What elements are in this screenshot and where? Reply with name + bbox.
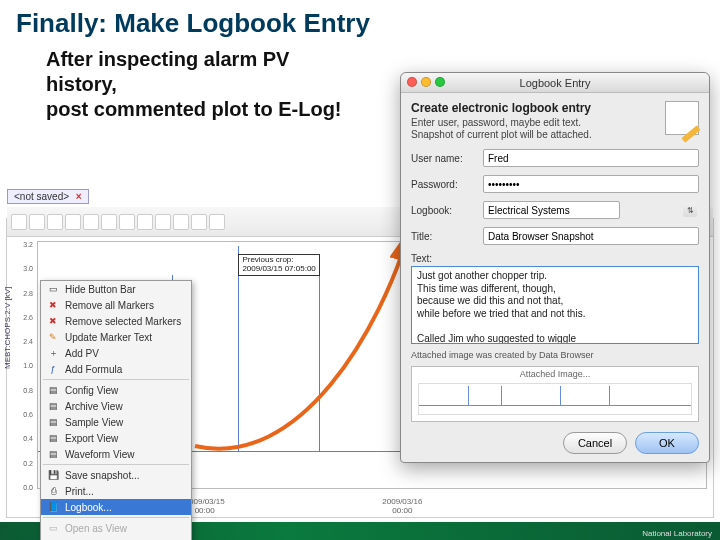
y-tick: 2.4 — [9, 338, 33, 345]
menu-item-update-marker-text[interactable]: ✎Update Marker Text — [41, 329, 191, 345]
archive-view-icon: ▤ — [47, 400, 59, 412]
password-input[interactable] — [483, 175, 699, 193]
menu-item-label: Add PV — [65, 348, 99, 359]
tb-btn[interactable] — [11, 214, 27, 230]
add-formula-icon: ƒ — [47, 363, 59, 375]
trace-spike — [319, 264, 320, 452]
menu-item-add-pv[interactable]: ＋Add PV — [41, 345, 191, 361]
waveform-view-icon: ▤ — [47, 448, 59, 460]
ok-button[interactable]: OK — [635, 432, 699, 454]
print-icon: ⎙ — [47, 485, 59, 497]
menu-item-waveform-view[interactable]: ▤Waveform View — [41, 446, 191, 462]
password-label: Password: — [411, 179, 477, 190]
logbook-label: Logbook: — [411, 205, 477, 216]
title-input[interactable] — [483, 227, 699, 245]
attached-image-preview[interactable]: Attached Image... — [411, 366, 699, 422]
attached-image-label: Attached Image... — [520, 369, 591, 379]
tb-btn[interactable] — [83, 214, 99, 230]
menu-item-print[interactable]: ⎙Print... — [41, 483, 191, 499]
menu-item-label: Save snapshot... — [65, 470, 140, 481]
y-tick: 0.0 — [9, 484, 33, 491]
y-tick: 2.6 — [9, 314, 33, 321]
logbook-icon: 📘 — [47, 501, 59, 513]
menu-item-label: Remove all Markers — [65, 300, 154, 311]
tb-btn[interactable] — [173, 214, 189, 230]
y-tick: 0.6 — [9, 411, 33, 418]
dialog-subheading: Enter user, password, maybe edit text. S… — [411, 117, 657, 141]
y-tick: 3.0 — [9, 265, 33, 272]
hide-icon: ▭ — [47, 283, 59, 295]
menu-separator — [43, 379, 189, 380]
close-tab-icon[interactable]: × — [76, 191, 82, 202]
menu-item-remove-all-markers[interactable]: ✖Remove all Markers — [41, 297, 191, 313]
save-icon: 💾 — [47, 469, 59, 481]
tb-btn[interactable] — [101, 214, 117, 230]
menu-item-remove-selected-markers[interactable]: ✖Remove selected Markers — [41, 313, 191, 329]
tb-btn[interactable] — [209, 214, 225, 230]
open-as-view-icon: ▭ — [47, 522, 59, 534]
context-menu: ▭Hide Button Bar✖Remove all Markers✖Remo… — [40, 280, 192, 540]
menu-separator — [43, 517, 189, 518]
cancel-button[interactable]: Cancel — [563, 432, 627, 454]
y-tick: 0.2 — [9, 460, 33, 467]
tb-btn[interactable] — [155, 214, 171, 230]
export-view-icon: ▤ — [47, 432, 59, 444]
menu-item-archive-view[interactable]: ▤Archive View — [41, 398, 191, 414]
logbook-select[interactable] — [483, 201, 620, 219]
config-view-icon: ▤ — [47, 384, 59, 396]
menu-item-label: Remove selected Markers — [65, 316, 181, 327]
window-minimize-icon[interactable] — [421, 77, 431, 87]
chevron-updown-icon[interactable]: ⇅ — [683, 203, 697, 217]
tb-btn[interactable] — [191, 214, 207, 230]
tb-btn[interactable] — [65, 214, 81, 230]
dialog-heading: Create electronic logbook entry — [411, 101, 657, 115]
y-axis-ticks: 0.00.20.40.60.81.02.42.62.83.03.2 — [9, 241, 33, 491]
remove-all-markers-icon: ✖ — [47, 299, 59, 311]
trace-spike — [238, 246, 239, 452]
attached-footnote: Attached image was created by Data Brows… — [411, 350, 699, 360]
dialog-titlebar[interactable]: Logbook Entry — [401, 73, 709, 93]
menu-item-hide-button-bar[interactable]: ▭Hide Button Bar — [41, 281, 191, 297]
menu-item-save-snapshot[interactable]: 💾Save snapshot... — [41, 467, 191, 483]
logbook-entry-dialog: Logbook Entry Create electronic logbook … — [400, 72, 710, 463]
window-zoom-icon[interactable] — [435, 77, 445, 87]
plot-annotation[interactable]: Previous crop:2009/03/15 07:05:00 — [238, 254, 319, 276]
entry-text-area[interactable]: Just got another chopper trip. This time… — [411, 266, 699, 344]
text-label: Text: — [411, 253, 699, 264]
tb-btn[interactable] — [29, 214, 45, 230]
menu-item-label: Config View — [65, 385, 118, 396]
tb-btn[interactable] — [137, 214, 153, 230]
menu-item-sample-view[interactable]: ▤Sample View — [41, 414, 191, 430]
dialog-title: Logbook Entry — [520, 77, 591, 89]
y-tick: 0.4 — [9, 435, 33, 442]
window-close-icon[interactable] — [407, 77, 417, 87]
menu-item-label: Open as View — [65, 523, 127, 534]
plot-tab[interactable]: <not saved> × — [7, 189, 89, 204]
menu-item-label: Add Formula — [65, 364, 122, 375]
menu-item-open-as-view: ▭Open as View — [41, 520, 191, 536]
menu-item-export-view[interactable]: ▤Export View — [41, 430, 191, 446]
user-label: User name: — [411, 153, 477, 164]
menu-item-add-formula[interactable]: ƒAdd Formula — [41, 361, 191, 377]
menu-item-label: Archive View — [65, 401, 123, 412]
slide-title: Finally: Make Logbook Entry — [0, 0, 720, 43]
tb-btn[interactable] — [119, 214, 135, 230]
menu-item-label: Logbook... — [65, 502, 112, 513]
footer-lab: National Laboratory — [642, 529, 712, 538]
menu-item-label: Hide Button Bar — [65, 284, 136, 295]
menu-separator — [43, 464, 189, 465]
slide-body-text: After inspecting alarm PV history, post … — [0, 43, 360, 122]
user-name-input[interactable] — [483, 149, 699, 167]
menu-item-label: Export View — [65, 433, 118, 444]
y-tick: 2.8 — [9, 290, 33, 297]
x-tick: 2009/03/1600:00 — [362, 497, 442, 515]
menu-item-logbook[interactable]: 📘Logbook... — [41, 499, 191, 515]
sample-view-icon: ▤ — [47, 416, 59, 428]
plot-tab-label: <not saved> — [14, 191, 69, 202]
menu-item-data-browser-perspective[interactable]: ▭Data Browser Perspective — [41, 536, 191, 540]
tb-btn[interactable] — [47, 214, 63, 230]
y-tick: 0.8 — [9, 387, 33, 394]
menu-item-config-view[interactable]: ▤Config View — [41, 382, 191, 398]
menu-item-label: Sample View — [65, 417, 123, 428]
menu-item-label: Print... — [65, 486, 94, 497]
